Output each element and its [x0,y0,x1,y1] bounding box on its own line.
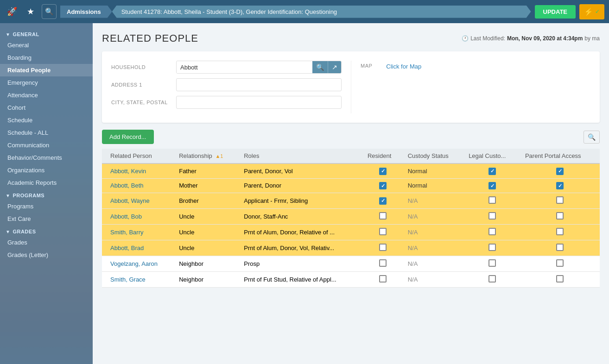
parent-portal-cell [520,256,600,272]
parent-portal-checkbox[interactable] [556,275,564,282]
legal-custody-checkbox[interactable] [488,244,496,251]
col-related-person[interactable]: Related Person [106,149,174,163]
person-link[interactable]: Abbott, Bob [110,213,142,220]
col-custody-status[interactable]: Custody Status [403,149,464,163]
custody-status-cell: N/A [403,225,464,240]
legal-custody-checkbox[interactable] [488,168,496,175]
custody-status-cell: Normal [403,178,464,193]
student-breadcrumb[interactable]: Student 41278: Abbott, Sheila - Student … [112,6,531,18]
sidebar-item-grades[interactable]: Grades [0,236,93,249]
address-input[interactable] [176,78,342,91]
roles-cell: Parent, Donor [239,178,363,193]
parent-portal-checkbox[interactable] [556,212,564,220]
sidebar-item-related-people[interactable]: Related People [0,64,93,76]
indicator-col-header [102,149,106,163]
resident-checkbox[interactable] [379,182,387,189]
person-link[interactable]: Abbott, Beth [110,182,144,189]
household-search-button[interactable]: 🔍 [312,61,328,73]
resident-checkbox[interactable] [379,259,387,267]
sidebar-item-schedule-all[interactable]: Schedule - ALL [0,126,93,139]
legal-custody-checkbox[interactable] [488,212,496,220]
relationship-cell: Uncle [174,240,239,256]
custody-status-cell: N/A [403,193,464,209]
sidebar-section-programs[interactable]: ▼ PROGRAMS [0,189,93,200]
roles-cell: Applicant - Frmr, Sibling [239,193,363,209]
col-relationship[interactable]: Relationship ▲1 [174,149,239,163]
sidebar-section-general[interactable]: ▼ GENERAL [0,28,93,39]
resident-checkbox[interactable] [379,212,387,220]
parent-portal-cell [520,240,600,256]
main-content: RELATED PEOPLE 🕐 Last Modified: Mon, Nov… [93,23,609,364]
table-row: Abbott, BradUnclePrnt of Alum, Donor, Vo… [102,240,600,256]
col-parent-portal[interactable]: Parent Portal Access [520,149,600,163]
sidebar-item-grades-letter[interactable]: Grades (Letter) [0,249,93,261]
person-link[interactable]: Vogelzang, Aaron [110,260,158,267]
chevron-down-icon: ▼ [6,32,10,37]
parent-portal-checkbox[interactable] [556,244,564,251]
sidebar-item-communication[interactable]: Communication [0,139,93,151]
legal-custody-checkbox[interactable] [488,259,496,267]
parent-portal-checkbox[interactable] [556,196,564,204]
resident-checkbox[interactable] [379,228,387,235]
table-row: Abbott, KevinFatherParent, Donor, VolNor… [102,163,600,178]
admissions-breadcrumb[interactable]: Admissions [60,6,112,18]
parent-portal-checkbox[interactable] [556,228,564,235]
table-search-button[interactable]: 🔍 [584,131,600,144]
sidebar-item-programs[interactable]: Programs [0,200,93,213]
legal-custody-checkbox[interactable] [488,275,496,282]
resident-cell [363,163,403,178]
resident-checkbox[interactable] [379,197,387,205]
col-resident[interactable]: Resident [363,149,403,163]
parent-portal-cell [520,178,600,193]
roles-cell: Prnt of Fut Stud, Relative of Appl... [239,272,363,288]
parent-portal-checkbox[interactable] [556,182,564,189]
sidebar-item-boarding[interactable]: Boarding [0,51,93,64]
legal-custody-checkbox[interactable] [488,196,496,204]
person-link[interactable]: Abbott, Brad [110,245,144,251]
resident-checkbox[interactable] [379,275,387,282]
sidebar-item-organizations[interactable]: Organizations [0,164,93,176]
sidebar-item-schedule[interactable]: Schedule [0,114,93,126]
person-cell: Abbott, Kevin [106,163,174,178]
legal-custody-checkbox[interactable] [488,228,496,235]
sidebar-item-academic-reports[interactable]: Academic Reports [0,176,93,189]
relationship-cell: Neighbor [174,272,239,288]
legal-custody-cell [464,193,520,209]
map-link[interactable]: Click for Map [386,63,421,70]
person-cell: Abbott, Beth [106,178,174,193]
sidebar-section-grades[interactable]: ▼ GRADES [0,225,93,236]
household-input[interactable] [177,62,312,73]
sidebar-item-general[interactable]: General [0,39,93,51]
rocket-icon-btn[interactable]: 🚀 [5,4,19,19]
person-link[interactable]: Smith, Grace [110,276,146,283]
resident-cell [363,225,403,240]
sidebar-item-emergency[interactable]: Emergency [0,76,93,89]
sidebar-item-cohort[interactable]: Cohort [0,101,93,114]
star-icon-btn[interactable]: ★ [23,4,38,19]
legal-custody-checkbox[interactable] [488,182,496,189]
person-link[interactable]: Smith, Barry [110,229,144,236]
col-roles[interactable]: Roles [239,149,363,163]
add-record-button[interactable]: Add Record... [102,130,154,144]
city-input[interactable] [176,96,342,109]
lightning-button[interactable]: ⚡ ✓ [579,4,604,19]
sidebar-item-ext-care[interactable]: Ext Care [0,213,93,225]
row-indicator [102,178,106,193]
resident-checkbox[interactable] [379,244,387,251]
parent-portal-checkbox[interactable] [556,259,564,267]
legal-custody-cell [464,256,520,272]
sidebar-item-attendance[interactable]: Attendance [0,89,93,101]
col-legal-custody[interactable]: Legal Custo... [464,149,520,163]
parent-portal-checkbox[interactable] [556,168,564,175]
update-button[interactable]: UPDATE [535,5,576,19]
row-indicator [102,209,106,225]
parent-portal-cell [520,193,600,209]
parent-portal-cell [520,209,600,225]
sidebar-item-behavior-comments[interactable]: Behavior/Comments [0,151,93,164]
row-indicator [102,163,106,178]
household-external-button[interactable]: ↗ [328,61,341,73]
search-button[interactable]: 🔍 [42,4,57,19]
resident-checkbox[interactable] [379,168,387,175]
person-link[interactable]: Abbott, Wayne [110,197,150,204]
person-link[interactable]: Abbott, Kevin [110,168,146,175]
